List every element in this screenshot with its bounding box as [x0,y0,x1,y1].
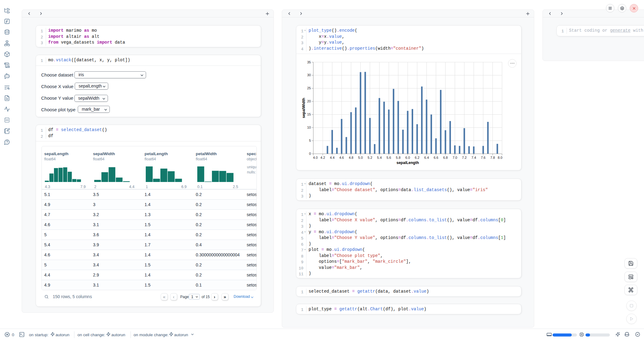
svg-text:5.6: 5.6 [386,156,391,159]
svg-text:10: 10 [307,126,311,129]
svg-text:5.4: 5.4 [377,156,382,159]
svg-text:5.0: 5.0 [358,156,363,159]
svg-text:6.4: 6.4 [424,156,429,159]
svg-text:sepalWidth: sepalWidth [302,98,306,118]
svg-text:0: 0 [309,152,311,155]
svg-text:6.6: 6.6 [434,156,438,159]
svg-text:6.2: 6.2 [415,156,419,159]
svg-text:6.8: 6.8 [443,156,448,159]
svg-text:4.2: 4.2 [320,156,325,159]
svg-text:8.0: 8.0 [498,156,502,159]
svg-text:20: 20 [307,99,311,103]
svg-text:4.6: 4.6 [339,156,344,159]
svg-text:7.8: 7.8 [490,156,495,159]
svg-text:7.6: 7.6 [481,156,485,159]
svg-text:30: 30 [307,73,311,77]
svg-text:6.0: 6.0 [405,156,410,159]
svg-text:7.4: 7.4 [471,156,476,159]
svg-text:35: 35 [307,60,311,64]
svg-text:5.8: 5.8 [396,156,400,159]
svg-text:25: 25 [307,86,311,90]
svg-text:15: 15 [307,112,311,116]
svg-text:7.0: 7.0 [453,156,457,159]
svg-text:4.0: 4.0 [313,156,318,159]
svg-text:7.2: 7.2 [462,156,467,159]
svg-text:sepalLength: sepalLength [396,161,419,165]
svg-text:5: 5 [309,139,311,142]
svg-text:5.2: 5.2 [368,156,372,159]
svg-text:4.8: 4.8 [349,156,353,159]
svg-text:4.4: 4.4 [330,156,335,159]
